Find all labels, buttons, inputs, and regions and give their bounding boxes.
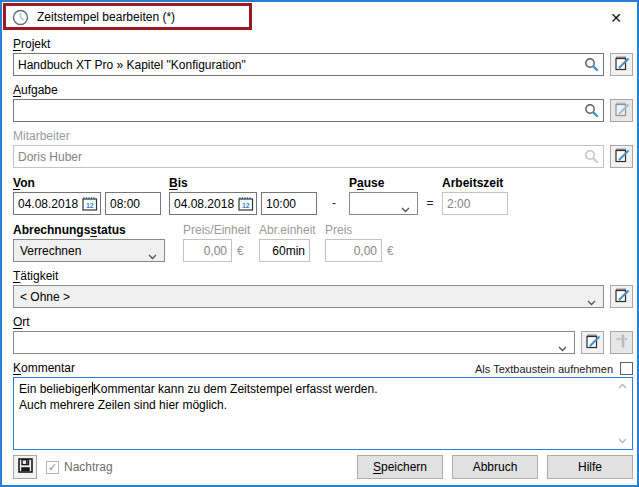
bis-zeit-input[interactable] — [261, 192, 317, 215]
preis-input — [325, 239, 382, 262]
taetigkeit-value: < Ohne > — [20, 290, 70, 304]
clock-icon — [12, 9, 29, 26]
abrechnungsstatus-combobox[interactable]: Verrechnen — [13, 239, 165, 262]
chevron-down-icon — [558, 341, 567, 355]
aufgabe-edit-button — [610, 99, 633, 122]
close-icon[interactable]: ✕ — [607, 9, 625, 27]
hilfe-button[interactable]: Hilfe — [547, 455, 633, 479]
abr-einheit-label: Abr.einheit — [259, 223, 310, 237]
mitarbeiter-edit-button[interactable] — [610, 145, 633, 168]
euro-sign: € — [237, 244, 244, 258]
equals-sign: = — [418, 196, 442, 215]
edit-icon — [614, 101, 630, 120]
mitarbeiter-input — [13, 145, 604, 168]
scrollbar-down-icon[interactable] — [616, 436, 628, 446]
save-button[interactable] — [13, 455, 37, 479]
edit-icon — [585, 333, 601, 352]
zeitstempel-dialog: Zeitstempel bearbeiten (*) ✕ Projekt — [0, 0, 639, 487]
abbruch-button[interactable]: Abbruch — [452, 455, 538, 479]
ort-combobox[interactable] — [13, 331, 575, 354]
chevron-down-icon — [401, 202, 410, 216]
nachtrag-label: Nachtrag — [64, 460, 113, 474]
arbeitszeit-label: Arbeitszeit — [442, 176, 508, 190]
dialog-title: Zeitstempel bearbeiten (*) — [37, 10, 175, 24]
edit-icon — [614, 147, 630, 166]
map-position-icon — [614, 333, 630, 352]
nachtrag-checkbox: ✓ — [46, 461, 59, 474]
taetigkeit-label: Tätigkeit — [13, 269, 633, 283]
abrechnungsstatus-value: Verrechnen — [20, 244, 81, 258]
search-icon[interactable] — [584, 57, 599, 72]
floppy-disk-icon — [18, 458, 33, 476]
chevron-down-icon — [148, 249, 157, 263]
von-label: Von — [13, 176, 161, 190]
speichern-button[interactable]: Speichern — [357, 455, 443, 479]
abr-einheit-input — [259, 239, 310, 262]
edit-icon — [614, 287, 630, 306]
pause-combobox[interactable] — [349, 192, 418, 215]
chevron-down-icon — [587, 295, 596, 309]
textbaustein-label: Als Textbaustein aufnehmen — [475, 363, 613, 375]
calendar-icon[interactable]: 12 — [238, 196, 254, 211]
taetigkeit-edit-button[interactable] — [610, 285, 633, 308]
mitarbeiter-label: Mitarbeiter — [13, 129, 633, 143]
kommentar-label: Kommentar — [13, 361, 75, 375]
abrechnungsstatus-label: Abrechnungsstatus — [13, 223, 165, 237]
kommentar-textarea[interactable]: Ein beliebigerKommentar kann zu dem Zeit… — [13, 377, 633, 450]
preis-label: Preis — [325, 223, 382, 237]
titlebar: Zeitstempel bearbeiten (*) ✕ — [2, 2, 637, 32]
ort-map-position-button — [610, 331, 633, 354]
projekt-edit-button[interactable] — [610, 53, 633, 76]
preis-einheit-input — [183, 239, 232, 262]
pause-label: Pause — [349, 176, 418, 190]
bis-label: Bis — [169, 176, 319, 190]
scrollbar-up-icon[interactable] — [616, 381, 628, 391]
taetigkeit-combobox[interactable]: < Ohne > — [13, 285, 604, 308]
arbeitszeit-input — [442, 192, 508, 215]
textbaustein-checkbox[interactable] — [620, 362, 633, 375]
euro-sign: € — [387, 244, 394, 258]
edit-icon — [614, 55, 630, 74]
calendar-icon[interactable]: 12 — [82, 196, 98, 211]
aufgabe-label: Aufgabe — [13, 83, 633, 97]
svg-text:12: 12 — [242, 202, 250, 209]
aufgabe-input[interactable] — [13, 99, 604, 122]
ort-label: Ort — [13, 315, 633, 329]
kommentar-line2: Auch mehrere Zeilen sind hier möglich. — [19, 397, 608, 413]
preis-einheit-label: Preis/Einheit — [183, 223, 232, 237]
kommentar-line1: Ein beliebigerKommentar kann zu dem Zeit… — [19, 381, 608, 397]
search-icon[interactable] — [584, 103, 599, 118]
minus-sign: - — [325, 196, 343, 215]
search-icon — [584, 149, 599, 164]
svg-text:12: 12 — [86, 202, 94, 209]
ort-edit-button[interactable] — [581, 331, 604, 354]
projekt-input[interactable] — [13, 53, 604, 76]
von-zeit-input[interactable] — [105, 192, 161, 215]
projekt-label: Projekt — [13, 37, 633, 51]
